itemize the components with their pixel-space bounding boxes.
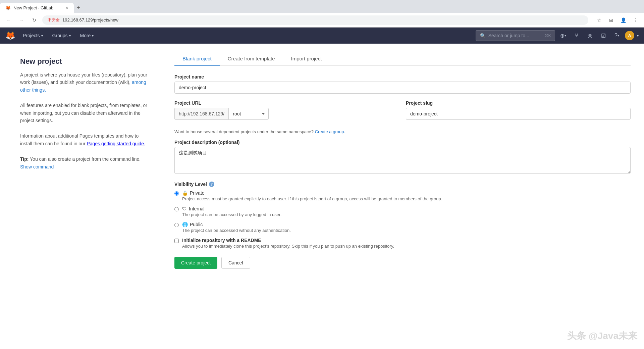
nav-more[interactable]: More ▾ xyxy=(75,28,99,44)
security-warning: 不安全 xyxy=(48,17,60,23)
visibility-public-radio[interactable] xyxy=(174,223,179,227)
init-repo-title: Initialize repository with a README xyxy=(182,238,394,243)
cancel-button[interactable]: Cancel xyxy=(221,257,250,269)
project-description-group: Project description (optional) 这是测试项目 xyxy=(174,140,631,175)
project-url-group: Project URL http://192.168.67.129/ root xyxy=(174,100,399,120)
user-avatar[interactable]: A xyxy=(625,31,634,40)
form-actions: Create project Cancel xyxy=(174,257,631,269)
visibility-internal-radio[interactable] xyxy=(174,207,179,211)
page-description-2: All features are enabled for blank proje… xyxy=(20,102,148,124)
visibility-internal-desc: The project can be accessed by any logge… xyxy=(182,212,281,217)
nav-right-section: 🔍 ⌘K ⊕ ▾ ⑂ ◎ ☑ ? ▾ A ▾ xyxy=(476,30,639,41)
keyboard-shortcut: ⌘K xyxy=(545,34,551,38)
create-group-link[interactable]: Create a group. xyxy=(315,129,345,134)
nav-projects[interactable]: Projects ▾ xyxy=(18,28,48,44)
merge-requests-icon[interactable]: ⑂ xyxy=(571,30,582,41)
lock-icon: 🔒 xyxy=(182,190,188,196)
new-project-form: Project name Project URL http://192.168.… xyxy=(174,74,631,269)
visibility-private-radio[interactable] xyxy=(174,191,179,196)
avatar-chevron-icon: ▾ xyxy=(637,34,639,38)
project-slug-input[interactable] xyxy=(406,108,631,120)
tip-text: Tip: You can also create a project from … xyxy=(20,155,148,170)
address-bar: ← → ↻ 不安全 192.168.67.129/projects/new ☆ … xyxy=(0,13,644,28)
tab-favicon: 🦊 xyxy=(5,5,11,10)
namespace-select[interactable]: root xyxy=(228,108,269,120)
url-text: 192.168.67.129/projects/new xyxy=(62,17,118,22)
gitlab-logo[interactable]: 🦊 xyxy=(5,31,15,40)
url-input-group: http://192.168.67.129/ root xyxy=(174,108,399,120)
dropdown-arrow: ▾ xyxy=(565,34,566,37)
new-item-button[interactable]: ⊕ ▾ xyxy=(558,30,569,41)
nav-projects-label: Projects xyxy=(23,33,40,38)
new-tab-button[interactable]: + xyxy=(74,3,83,12)
nav-groups[interactable]: Groups ▾ xyxy=(48,28,75,44)
more-chevron-icon: ▾ xyxy=(92,34,94,38)
visibility-internal-option: 🛡 Internal The project can be accessed b… xyxy=(174,206,631,217)
projects-chevron-icon: ▾ xyxy=(41,34,43,38)
visibility-help-icon[interactable]: ? xyxy=(209,182,214,187)
page-description-1: A project is where you house your files … xyxy=(20,71,148,94)
visibility-private-option: 🔒 Private Project access must be granted… xyxy=(174,190,631,201)
browser-tab[interactable]: 🦊 New Project · GitLab ✕ xyxy=(0,3,74,13)
url-bar[interactable]: 不安全 192.168.67.129/projects/new xyxy=(42,15,588,25)
project-url-label: Project URL xyxy=(174,100,399,106)
project-slug-group: Project slug xyxy=(406,100,631,120)
todos-icon[interactable]: ☑ xyxy=(598,30,609,41)
forward-button[interactable]: → xyxy=(17,15,26,25)
groups-chevron-icon: ▾ xyxy=(69,34,71,38)
search-icon: 🔍 xyxy=(480,33,486,38)
init-repo-checkbox[interactable] xyxy=(174,239,179,243)
show-command-link[interactable]: Show command xyxy=(20,164,54,169)
visibility-public-desc: The project can be accessed without any … xyxy=(182,228,291,233)
project-name-group: Project name xyxy=(174,74,631,94)
nav-groups-label: Groups xyxy=(52,33,68,38)
search-input[interactable] xyxy=(488,33,542,38)
back-button[interactable]: ← xyxy=(4,15,13,25)
project-slug-label: Project slug xyxy=(406,100,631,106)
url-slug-row: Project URL http://192.168.67.129/ root … xyxy=(174,100,631,127)
namespace-help-text: Want to house several dependent projects… xyxy=(174,129,631,134)
gitlab-navbar: 🦊 Projects ▾ Groups ▾ More ▾ 🔍 ⌘K ⊕ ▾ ⑂ xyxy=(0,28,644,44)
main-content: Blank project Create from template Impor… xyxy=(161,44,644,349)
pages-guide-link[interactable]: Pages getting started guide. xyxy=(87,141,145,146)
project-description-input[interactable]: 这是测试项目 xyxy=(174,147,631,174)
bookmark-icon[interactable]: ☆ xyxy=(594,15,604,25)
url-prefix: http://192.168.67.129/ xyxy=(174,108,228,120)
tab-blank-project[interactable]: Blank project xyxy=(174,52,220,66)
visibility-section: Visibility Level ? 🔒 Private Project acc… xyxy=(174,182,631,233)
nav-more-label: More xyxy=(80,33,91,38)
tab-create-from-template[interactable]: Create from template xyxy=(220,52,283,66)
issues-icon[interactable]: ◎ xyxy=(585,30,595,41)
extensions-icon[interactable]: ⊞ xyxy=(606,15,616,25)
project-name-input[interactable] xyxy=(174,82,631,94)
tab-title: New Project · GitLab xyxy=(13,5,53,10)
init-repo-group: Initialize repository with a README Allo… xyxy=(174,238,631,249)
shield-icon: 🛡 xyxy=(182,206,187,211)
visibility-label: Visibility Level ? xyxy=(174,182,631,187)
visibility-private-desc: Project access must be granted explicitl… xyxy=(182,196,442,201)
page-title: New project xyxy=(20,57,148,66)
visibility-public-option: 🌐 Public The project can be accessed wit… xyxy=(174,222,631,233)
globe-icon: 🌐 xyxy=(182,222,188,227)
page-wrapper: New project A project is where you house… xyxy=(0,44,644,349)
tab-close-button[interactable]: ✕ xyxy=(65,6,68,10)
project-name-label: Project name xyxy=(174,74,631,80)
search-box[interactable]: 🔍 ⌘K xyxy=(476,30,555,41)
tab-import-project[interactable]: Import project xyxy=(283,52,330,66)
menu-icon[interactable]: ⋮ xyxy=(631,15,640,25)
plus-icon: ⊕ xyxy=(560,33,565,39)
page-description-3: Information about additional Pages templ… xyxy=(20,132,148,147)
help-button[interactable]: ? ▾ xyxy=(611,30,622,41)
project-description-label: Project description (optional) xyxy=(174,140,631,145)
project-tabs: Blank project Create from template Impor… xyxy=(174,52,631,66)
init-repo-desc: Allows you to immediately clone this pro… xyxy=(182,244,394,249)
gitlab-logo-icon: 🦊 xyxy=(5,31,15,40)
account-icon[interactable]: 👤 xyxy=(619,15,628,25)
refresh-button[interactable]: ↻ xyxy=(30,15,39,25)
create-project-button[interactable]: Create project xyxy=(174,257,217,269)
left-panel: New project A project is where you house… xyxy=(0,44,161,349)
